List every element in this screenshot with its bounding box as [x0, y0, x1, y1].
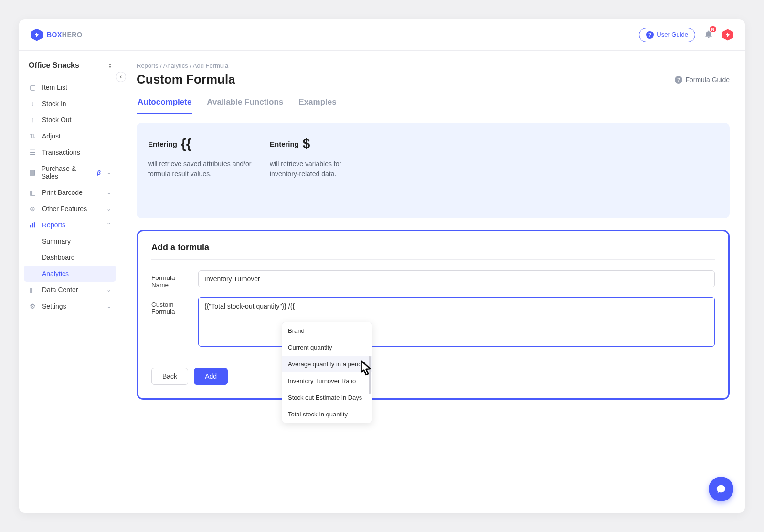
- help-icon: ?: [675, 76, 682, 84]
- plus-icon: ⊕: [29, 205, 36, 213]
- info-panel: Entering {{ will retrieve saved attribut…: [137, 123, 730, 218]
- sidebar-reports[interactable]: Reports ⌃: [24, 217, 116, 233]
- logo-icon: [31, 29, 43, 41]
- sidebar-stock-out[interactable]: ↑ Stock Out: [24, 112, 116, 128]
- database-icon: ▦: [29, 286, 36, 294]
- sidebar-print-barcode[interactable]: ▥ Print Barcode ⌄: [24, 184, 116, 201]
- info-desc-2: will retrieve variables for inventory-re…: [270, 159, 368, 179]
- sidebar-data-center[interactable]: ▦ Data Center ⌄: [24, 282, 116, 298]
- chevron-down-icon: ⌄: [106, 205, 111, 212]
- doc-icon: ▤: [29, 169, 36, 176]
- svg-rect-0: [30, 225, 31, 227]
- custom-formula-label: Custom Formula: [151, 297, 191, 315]
- formula-name-label: Formula Name: [151, 270, 191, 288]
- barcode-icon: ▥: [29, 189, 36, 196]
- sidebar-stock-in[interactable]: ↓ Stock In: [24, 96, 116, 112]
- dropdown-item[interactable]: Current quantity: [282, 339, 372, 356]
- custom-formula-input[interactable]: {{"Total stock-out quantity"}} /{{: [198, 297, 715, 347]
- notifications-button[interactable]: N: [704, 29, 713, 40]
- user-guide-button[interactable]: ? User Guide: [639, 28, 695, 42]
- user-guide-label: User Guide: [657, 31, 688, 38]
- dropdown-item[interactable]: Brand: [282, 322, 372, 339]
- sidebar-collapse-button[interactable]: [116, 72, 126, 82]
- updown-chevron-icon: ▴▾: [109, 63, 111, 68]
- help-icon: ?: [646, 31, 654, 39]
- info-desc-1: will retrieve saved attributes and/or fo…: [148, 159, 258, 179]
- divider: [151, 259, 715, 260]
- info-head-1: Entering: [148, 140, 177, 148]
- chevron-down-icon: ⌄: [106, 189, 111, 196]
- dollar-icon: $: [303, 136, 310, 151]
- sidebar-settings[interactable]: ⚙ Settings ⌄: [24, 298, 116, 314]
- add-button[interactable]: Add: [194, 368, 228, 385]
- workspace-name: Office Snacks: [29, 61, 79, 70]
- chevron-down-icon: ⌄: [106, 287, 111, 293]
- notification-badge: N: [710, 26, 717, 32]
- chart-icon: [29, 222, 36, 228]
- logo-text-2: HERO: [62, 31, 82, 39]
- tabs: Autocomplete Available Functions Example…: [137, 94, 730, 114]
- sidebar-other-features[interactable]: ⊕ Other Features ⌄: [24, 201, 116, 217]
- download-icon: ↓: [29, 100, 36, 107]
- dropdown-item[interactable]: Total stock-in quantity: [282, 406, 372, 423]
- main-content: Reports / Analytics / Add Formula Custom…: [121, 51, 745, 513]
- app-header: BOXHERO ? User Guide N: [19, 19, 745, 51]
- form-title: Add a formula: [151, 243, 715, 253]
- chat-fab[interactable]: [709, 477, 733, 501]
- list-icon: ☰: [29, 149, 36, 156]
- sidebar-adjust[interactable]: ⇅ Adjust: [24, 128, 116, 144]
- sidebar-reports-analytics[interactable]: Analytics: [24, 266, 116, 282]
- sidebar-purchase-sales[interactable]: ▤ Purchase & Sales β ⌄: [24, 160, 116, 184]
- sidebar-transactions[interactable]: ☰ Transactions: [24, 144, 116, 160]
- avatar[interactable]: [722, 29, 733, 41]
- formula-guide-link[interactable]: ? Formula Guide: [675, 76, 730, 84]
- svg-rect-2: [34, 222, 35, 227]
- tab-autocomplete[interactable]: Autocomplete: [137, 94, 192, 114]
- breadcrumb[interactable]: Reports / Analytics / Add Formula: [137, 62, 730, 69]
- page-title: Custom Formula: [137, 72, 235, 87]
- logo-text-1: BOX: [47, 31, 62, 39]
- svg-rect-1: [32, 223, 33, 228]
- add-formula-panel: Add a formula Formula Name Custom Formul…: [137, 230, 730, 400]
- chevron-up-icon: ⌃: [106, 222, 111, 228]
- formula-name-input[interactable]: [198, 270, 715, 287]
- sidebar-item-list[interactable]: ▢ Item List: [24, 79, 116, 96]
- box-icon: ▢: [29, 84, 36, 91]
- gear-icon: ⚙: [29, 302, 36, 310]
- adjust-icon: ⇅: [29, 132, 36, 140]
- logo[interactable]: BOXHERO: [31, 29, 82, 41]
- chevron-down-icon: ⌄: [106, 303, 111, 309]
- dropdown-item[interactable]: Stock out Estimate in Days: [282, 389, 372, 406]
- info-head-2: Entering: [270, 140, 299, 148]
- cursor-icon: [353, 358, 374, 383]
- curly-braces-icon: {{: [181, 136, 191, 151]
- upload-icon: ↑: [29, 116, 36, 124]
- sidebar-reports-dashboard[interactable]: Dashboard: [24, 249, 116, 266]
- chevron-down-icon: ⌄: [106, 169, 111, 176]
- workspace-selector[interactable]: Office Snacks ▴▾: [24, 59, 116, 79]
- beta-badge: β: [97, 169, 101, 176]
- sidebar-reports-summary[interactable]: Summary: [24, 233, 116, 249]
- tab-available-functions[interactable]: Available Functions: [206, 94, 284, 114]
- sidebar: Office Snacks ▴▾ ▢ Item List ↓ Stock In …: [19, 51, 121, 513]
- back-button[interactable]: Back: [151, 368, 188, 385]
- tab-examples[interactable]: Examples: [297, 94, 337, 114]
